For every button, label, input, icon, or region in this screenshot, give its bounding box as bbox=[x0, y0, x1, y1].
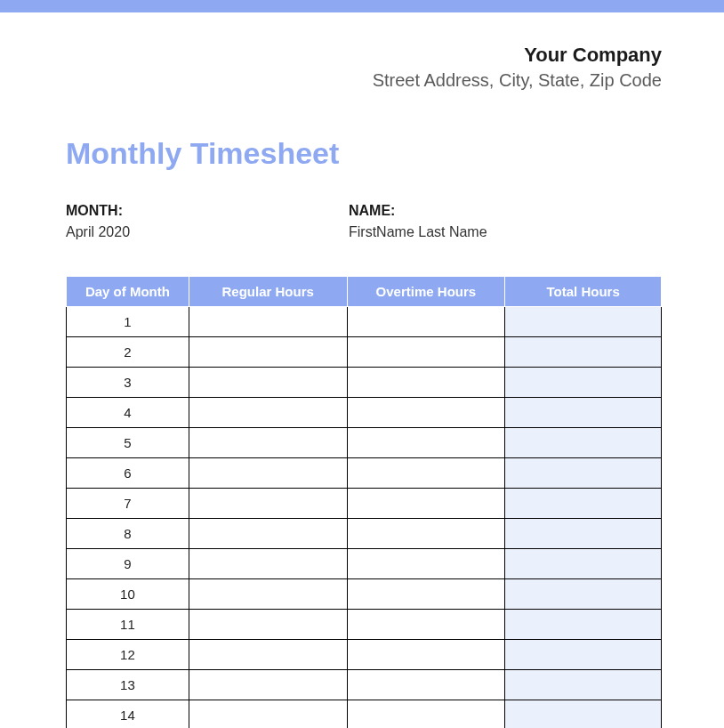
cell-regular[interactable] bbox=[189, 336, 347, 367]
cell-overtime[interactable] bbox=[347, 669, 505, 700]
cell-overtime[interactable] bbox=[347, 488, 505, 518]
name-value: FirstName Last Name bbox=[349, 224, 631, 240]
cell-regular[interactable] bbox=[189, 306, 347, 336]
cell-day: 10 bbox=[67, 578, 189, 609]
top-accent-bar bbox=[0, 0, 724, 12]
cell-day: 11 bbox=[67, 609, 189, 639]
table-header-row: Day of Month Regular Hours Overtime Hour… bbox=[67, 276, 662, 306]
table-row: 10 bbox=[67, 578, 662, 609]
company-name: Your Company bbox=[66, 43, 662, 69]
col-day: Day of Month bbox=[67, 276, 189, 306]
cell-total bbox=[505, 306, 662, 336]
table-row: 14 bbox=[67, 700, 662, 728]
cell-total bbox=[505, 548, 662, 578]
page-title: Monthly Timesheet bbox=[66, 136, 662, 171]
cell-day: 12 bbox=[67, 639, 189, 669]
cell-overtime[interactable] bbox=[347, 700, 505, 728]
table-row: 13 bbox=[67, 669, 662, 700]
meta-month: MONTH: April 2020 bbox=[66, 203, 349, 240]
cell-regular[interactable] bbox=[189, 427, 347, 457]
cell-total bbox=[505, 609, 662, 639]
cell-total bbox=[505, 427, 662, 457]
timesheet-table: Day of Month Regular Hours Overtime Hour… bbox=[66, 276, 662, 728]
table-row: 4 bbox=[67, 397, 662, 427]
cell-regular[interactable] bbox=[189, 518, 347, 548]
cell-regular[interactable] bbox=[189, 700, 347, 728]
cell-total bbox=[505, 578, 662, 609]
cell-overtime[interactable] bbox=[347, 548, 505, 578]
cell-regular[interactable] bbox=[189, 578, 347, 609]
cell-overtime[interactable] bbox=[347, 578, 505, 609]
cell-total bbox=[505, 639, 662, 669]
cell-overtime[interactable] bbox=[347, 518, 505, 548]
table-row: 9 bbox=[67, 548, 662, 578]
cell-total bbox=[505, 669, 662, 700]
company-block: Your Company Street Address, City, State… bbox=[66, 43, 662, 92]
cell-overtime[interactable] bbox=[347, 336, 505, 367]
table-row: 1 bbox=[67, 306, 662, 336]
table-row: 6 bbox=[67, 457, 662, 488]
table-row: 12 bbox=[67, 639, 662, 669]
cell-day: 13 bbox=[67, 669, 189, 700]
cell-total bbox=[505, 457, 662, 488]
month-value: April 2020 bbox=[66, 224, 349, 240]
cell-day: 14 bbox=[67, 700, 189, 728]
cell-total bbox=[505, 488, 662, 518]
meta-name: NAME: FirstName Last Name bbox=[349, 203, 631, 240]
cell-day: 3 bbox=[67, 367, 189, 397]
cell-regular[interactable] bbox=[189, 488, 347, 518]
cell-total bbox=[505, 397, 662, 427]
cell-overtime[interactable] bbox=[347, 427, 505, 457]
cell-regular[interactable] bbox=[189, 397, 347, 427]
cell-overtime[interactable] bbox=[347, 609, 505, 639]
name-label: NAME: bbox=[349, 203, 631, 219]
meta-row: MONTH: April 2020 NAME: FirstName Last N… bbox=[66, 203, 662, 240]
cell-day: 5 bbox=[67, 427, 189, 457]
cell-regular[interactable] bbox=[189, 669, 347, 700]
table-row: 8 bbox=[67, 518, 662, 548]
col-overtime: Overtime Hours bbox=[347, 276, 505, 306]
cell-overtime[interactable] bbox=[347, 397, 505, 427]
table-row: 2 bbox=[67, 336, 662, 367]
cell-day: 7 bbox=[67, 488, 189, 518]
cell-regular[interactable] bbox=[189, 457, 347, 488]
cell-regular[interactable] bbox=[189, 609, 347, 639]
table-row: 5 bbox=[67, 427, 662, 457]
col-regular: Regular Hours bbox=[189, 276, 347, 306]
table-row: 7 bbox=[67, 488, 662, 518]
cell-day: 9 bbox=[67, 548, 189, 578]
cell-overtime[interactable] bbox=[347, 306, 505, 336]
cell-total bbox=[505, 336, 662, 367]
cell-regular[interactable] bbox=[189, 548, 347, 578]
cell-day: 1 bbox=[67, 306, 189, 336]
cell-day: 6 bbox=[67, 457, 189, 488]
table-row: 11 bbox=[67, 609, 662, 639]
col-total: Total Hours bbox=[505, 276, 662, 306]
cell-total bbox=[505, 367, 662, 397]
month-label: MONTH: bbox=[66, 203, 349, 219]
cell-overtime[interactable] bbox=[347, 457, 505, 488]
page-content: Your Company Street Address, City, State… bbox=[0, 12, 724, 728]
company-address: Street Address, City, State, Zip Code bbox=[66, 69, 662, 92]
cell-overtime[interactable] bbox=[347, 367, 505, 397]
cell-overtime[interactable] bbox=[347, 639, 505, 669]
cell-day: 4 bbox=[67, 397, 189, 427]
cell-total bbox=[505, 518, 662, 548]
cell-day: 2 bbox=[67, 336, 189, 367]
cell-day: 8 bbox=[67, 518, 189, 548]
cell-regular[interactable] bbox=[189, 367, 347, 397]
table-row: 3 bbox=[67, 367, 662, 397]
cell-total bbox=[505, 700, 662, 728]
cell-regular[interactable] bbox=[189, 639, 347, 669]
